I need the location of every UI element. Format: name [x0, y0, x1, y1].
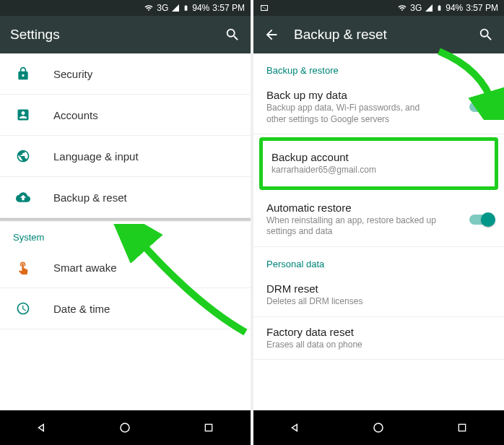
status-bar: 3G 94% 3:57 PM [253, 0, 504, 16]
battery-label: 94% [446, 3, 463, 13]
settings-item-smartawake[interactable]: Smart awake [0, 247, 251, 288]
nav-recent[interactable] [455, 420, 469, 435]
automatic-restore-item[interactable]: Automatic restore When reinstalling an a… [253, 193, 504, 247]
item-label: Backup & reset [53, 191, 127, 204]
item-subtitle: Deletes all DRM licenses [266, 296, 440, 308]
nav-bar [253, 410, 504, 445]
item-title: DRM reset [266, 282, 491, 295]
action-bar: Backup & reset [253, 16, 504, 53]
item-subtitle: Backup app data, Wi-Fi passwords, and ot… [266, 103, 440, 125]
settings-item-security[interactable]: Security [0, 53, 251, 95]
lock-icon [13, 66, 33, 81]
nav-recent[interactable] [201, 420, 216, 435]
wifi-icon [144, 4, 154, 12]
nav-back[interactable] [288, 420, 303, 435]
back-icon[interactable] [264, 27, 279, 43]
time-label: 3:57 PM [466, 3, 498, 13]
item-subtitle: Erases all data on phone [266, 340, 440, 351]
status-bar: 3G 94% 3:57 PM [0, 0, 251, 16]
search-icon[interactable] [478, 27, 494, 43]
backup-reset-screen: 3G 94% 3:57 PM Backup & reset Backup & r… [253, 0, 504, 445]
action-bar: Settings [0, 16, 251, 53]
settings-list: Security Accounts Language & input Backu… [0, 53, 251, 410]
highlight-annotation: Backup account karrarhaider65@gmail.com [259, 137, 498, 190]
battery-icon [436, 3, 443, 13]
network-label: 3G [410, 3, 422, 13]
backup-my-data-item[interactable]: Back up my data Backup app data, Wi-Fi p… [253, 80, 504, 134]
item-title: Factory data reset [266, 326, 491, 338]
clock-icon [13, 301, 33, 316]
backup-account-item[interactable]: Backup account karrarhaider65@gmail.com [263, 141, 495, 186]
backup-list: Backup & restore Back up my data Backup … [253, 53, 504, 410]
settings-item-accounts[interactable]: Accounts [0, 95, 251, 136]
item-title: Backup account [271, 151, 486, 163]
svg-rect-4 [459, 424, 465, 431]
battery-icon [183, 3, 189, 13]
item-label: Accounts [53, 109, 98, 121]
battery-label: 94% [192, 3, 209, 13]
signal-icon [425, 4, 433, 12]
signal-icon [171, 4, 180, 12]
account-icon [13, 108, 33, 122]
screenshot-icon [259, 4, 269, 12]
page-title: Settings [10, 27, 225, 43]
item-label: Language & input [53, 150, 139, 163]
drm-reset-item[interactable]: DRM reset Deletes all DRM licenses [253, 274, 504, 317]
item-label: Date & time [53, 303, 110, 315]
time-label: 3:57 PM [212, 3, 245, 13]
restore-toggle[interactable] [469, 215, 494, 225]
settings-screen: 3G 94% 3:57 PM Settings Security Account… [0, 0, 251, 445]
svg-point-3 [374, 423, 383, 432]
item-title: Back up my data [266, 89, 491, 101]
nav-home[interactable] [371, 420, 386, 435]
backup-toggle[interactable] [469, 102, 494, 112]
page-title: Backup & reset [294, 27, 478, 43]
section-backup-restore: Backup & restore [253, 53, 504, 80]
svg-point-0 [121, 423, 129, 432]
item-subtitle: karrarhaider65@gmail.com [271, 165, 445, 176]
nav-bar [0, 410, 251, 445]
globe-icon [13, 149, 33, 163]
section-system: System [0, 220, 251, 247]
network-label: 3G [157, 3, 168, 13]
settings-item-backup[interactable]: Backup & reset [0, 177, 251, 218]
search-icon[interactable] [225, 27, 240, 43]
wifi-icon [397, 4, 407, 12]
svg-rect-1 [205, 424, 212, 431]
factory-reset-item[interactable]: Factory data reset Erases all data on ph… [253, 317, 504, 360]
nav-back[interactable] [35, 420, 49, 435]
settings-item-language[interactable]: Language & input [0, 136, 251, 177]
nav-home[interactable] [118, 420, 132, 435]
item-title: Automatic restore [266, 202, 491, 214]
cloud-up-icon [13, 190, 33, 204]
item-label: Smart awake [53, 262, 117, 274]
settings-item-datetime[interactable]: Date & time [0, 288, 251, 329]
item-subtitle: When reinstalling an app, restore backed… [266, 215, 440, 238]
section-personal-data: Personal data [253, 247, 504, 274]
hand-icon [13, 260, 33, 275]
item-label: Security [53, 68, 92, 80]
